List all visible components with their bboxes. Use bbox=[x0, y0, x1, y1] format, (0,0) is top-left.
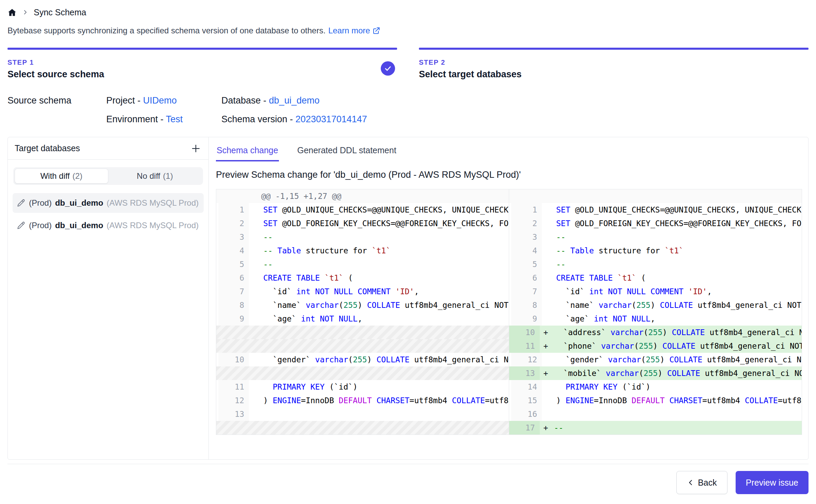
step-1-title: Select source schema bbox=[7, 69, 397, 80]
target-db-item[interactable]: (Prod)db_ui_demo(AWS RDS MySQL Prod) bbox=[13, 193, 204, 213]
preview-title: Preview Schema change for 'db_ui_demo (P… bbox=[216, 170, 802, 180]
diff-left-code: 7 `id` int NOT NULL COMMENT 'ID', bbox=[216, 285, 509, 298]
plus-icon bbox=[191, 143, 201, 154]
back-button-label: Back bbox=[698, 478, 717, 488]
external-link-icon bbox=[372, 27, 380, 35]
diff-row: 10 `gender` varchar(255) COLLATE utf8mb4… bbox=[216, 353, 802, 366]
diff-right-add: 11+ `phone` varchar(255) COLLATE utf8mb4… bbox=[509, 339, 802, 353]
diff-left-code: 1SET @OLD_UNIQUE_CHECKS=@@UNIQUE_CHECKS,… bbox=[216, 203, 509, 217]
database-field: Database - db_ui_demo bbox=[221, 95, 809, 106]
diff-left-code: 9 `age` int NOT NULL, bbox=[216, 312, 509, 326]
target-db-item[interactable]: (Prod)db_ui_demo(AWS RDS MySQL Prod) bbox=[13, 216, 204, 235]
diff-right-add: 13+ `mobile` varchar(255) COLLATE utf8mb… bbox=[509, 366, 802, 380]
diff-left-code: 12) ENGINE=InnoDB DEFAULT CHARSET=utf8mb… bbox=[216, 394, 509, 407]
diff-right-add: 17+-- bbox=[509, 421, 802, 435]
step-2-label: STEP 2 bbox=[419, 59, 809, 66]
diff-right-code: 8 `name` varchar(255) COLLATE utf8mb4_ge… bbox=[509, 298, 802, 312]
diff-row: 7 `id` int NOT NULL COMMENT 'ID',7 `id` … bbox=[216, 285, 802, 298]
diff-row: 17+-- bbox=[216, 421, 802, 435]
db-name: db_ui_demo bbox=[55, 198, 103, 208]
tab-no-diff-label: No diff bbox=[137, 171, 160, 181]
diff-right-code: 2SET @OLD_FOREIGN_KEY_CHECKS=@@FOREIGN_K… bbox=[509, 217, 802, 230]
preview-issue-button[interactable]: Preview issue bbox=[736, 471, 809, 494]
home-icon[interactable] bbox=[7, 8, 17, 17]
tab-with-diff[interactable]: With diff (2) bbox=[15, 169, 108, 184]
diff-row: 8 `name` varchar(255) COLLATE utf8mb4_ge… bbox=[216, 298, 802, 312]
diff-right-code: 3-- bbox=[509, 230, 802, 244]
diff-row: 1SET @OLD_UNIQUE_CHECKS=@@UNIQUE_CHECKS,… bbox=[216, 203, 802, 217]
diff-row: 11+ `phone` varchar(255) COLLATE utf8mb4… bbox=[216, 339, 802, 353]
diff-row: 2SET @OLD_FOREIGN_KEY_CHECKS=@@FOREIGN_K… bbox=[216, 217, 802, 230]
schema-preview-panel: Schema change Generated DDL statement Pr… bbox=[209, 137, 808, 459]
diff-right-blank bbox=[509, 189, 802, 203]
preview-tabs: Schema change Generated DDL statement bbox=[216, 137, 802, 161]
diff-left-code: 4-- Table structure for `t1` bbox=[216, 244, 509, 257]
diff-left-code: 11 PRIMARY KEY (`id`) bbox=[216, 380, 509, 394]
tab-with-diff-label: With diff bbox=[40, 171, 69, 181]
diff-right-code: 12 `gender` varchar(255) COLLATE utf8mb4… bbox=[509, 353, 802, 366]
diff-row: 10+ `address` varchar(255) COLLATE utf8m… bbox=[216, 326, 802, 339]
add-target-database-button[interactable] bbox=[190, 143, 202, 154]
diff-row: 3--3-- bbox=[216, 230, 802, 244]
diff-right-code: 14 PRIMARY KEY (`id`) bbox=[509, 380, 802, 394]
diff-row: 4-- Table structure for `t1`4-- Table st… bbox=[216, 244, 802, 257]
environment-link[interactable]: Test bbox=[166, 114, 183, 124]
source-schema-section: Source schema Project - UIDemo Database … bbox=[7, 95, 809, 125]
environment-label: Environment - bbox=[106, 114, 166, 124]
page-description: Bytebase supports synchronizing a specif… bbox=[7, 26, 809, 35]
diff-left-code: 6CREATE TABLE `t1` ( bbox=[216, 271, 509, 285]
diff-left-code: 5-- bbox=[216, 257, 509, 271]
main-panel: Target databases With diff (2) No diff (… bbox=[7, 137, 809, 460]
target-databases-title: Target databases bbox=[15, 143, 80, 153]
diff-editor[interactable]: @@ -1,15 +1,27 @@1SET @OLD_UNIQUE_CHECKS… bbox=[216, 189, 802, 435]
diff-right-code: 6CREATE TABLE `t1` ( bbox=[509, 271, 802, 285]
project-label: Project - bbox=[106, 95, 143, 106]
sync-schema-page: Sync Schema Bytebase supports synchroniz… bbox=[0, 0, 816, 501]
tab-no-diff-count: (1) bbox=[163, 171, 173, 181]
learn-more-link[interactable]: Learn more bbox=[328, 26, 380, 35]
diff-right-code: 5-- bbox=[509, 257, 802, 271]
db-environment: (Prod) bbox=[29, 198, 52, 208]
breadcrumb: Sync Schema bbox=[7, 5, 809, 19]
page-title: Sync Schema bbox=[34, 7, 86, 17]
footer-actions: Back Preview issue bbox=[7, 464, 809, 501]
step-2-progress-bar bbox=[419, 48, 809, 50]
tab-schema-change[interactable]: Schema change bbox=[216, 137, 279, 161]
target-databases-panel: Target databases With diff (2) No diff (… bbox=[8, 137, 209, 459]
project-field: Project - UIDemo bbox=[106, 95, 221, 106]
chevron-right-icon bbox=[22, 9, 28, 15]
schema-version-link[interactable]: 20230317014147 bbox=[296, 114, 367, 124]
pen-icon bbox=[17, 221, 26, 230]
project-link[interactable]: UIDemo bbox=[143, 95, 177, 106]
database-label: Database - bbox=[221, 95, 269, 106]
diff-row: 1316 bbox=[216, 407, 802, 421]
step-1: STEP 1 Select source schema bbox=[7, 48, 397, 80]
diff-right-code: 4-- Table structure for `t1` bbox=[509, 244, 802, 257]
diff-row: 11 PRIMARY KEY (`id`)14 PRIMARY KEY (`id… bbox=[216, 380, 802, 394]
tab-with-diff-count: (2) bbox=[73, 171, 82, 181]
back-button[interactable]: Back bbox=[676, 471, 727, 494]
diff-row: 9 `age` int NOT NULL,9 `age` int NOT NUL… bbox=[216, 312, 802, 326]
diff-right-code: 15) ENGINE=InnoDB DEFAULT CHARSET=utf8mb… bbox=[509, 394, 802, 407]
diff-left-code: 2SET @OLD_FOREIGN_KEY_CHECKS=@@FOREIGN_K… bbox=[216, 217, 509, 230]
db-name: db_ui_demo bbox=[55, 221, 103, 230]
tab-generated-ddl[interactable]: Generated DDL statement bbox=[297, 137, 397, 161]
chevron-left-icon bbox=[687, 479, 694, 486]
diff-left-filler bbox=[216, 366, 509, 380]
database-link[interactable]: db_ui_demo bbox=[269, 95, 320, 106]
diff-row: 5--5-- bbox=[216, 257, 802, 271]
diff-right-code: 7 `id` int NOT NULL COMMENT 'ID', bbox=[509, 285, 802, 298]
diff-left-filler bbox=[216, 339, 509, 353]
step-2: STEP 2 Select target databases bbox=[419, 48, 809, 80]
check-circle-icon bbox=[381, 61, 395, 76]
diff-right-code: 16 bbox=[509, 407, 802, 421]
target-db-list: (Prod)db_ui_demo(AWS RDS MySQL Prod)(Pro… bbox=[13, 193, 204, 235]
step-1-progress-bar bbox=[7, 48, 397, 50]
db-instance-suffix: (AWS RDS MySQL Prod) bbox=[107, 221, 200, 230]
diff-left-code: 8 `name` varchar(255) COLLATE utf8mb4_ge… bbox=[216, 298, 509, 312]
tab-no-diff[interactable]: No diff (1) bbox=[108, 169, 202, 184]
step-2-title: Select target databases bbox=[419, 69, 809, 80]
db-instance-suffix: (AWS RDS MySQL Prod) bbox=[107, 198, 200, 208]
diff-right-add: 10+ `address` varchar(255) COLLATE utf8m… bbox=[509, 326, 802, 339]
db-environment: (Prod) bbox=[29, 221, 52, 230]
